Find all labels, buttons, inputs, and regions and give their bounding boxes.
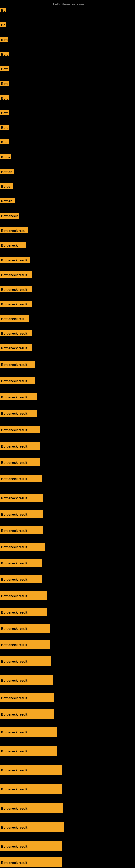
bottleneck-result-item: Bott (0, 66, 9, 71)
bottleneck-result-item: Bottleneck result (0, 693, 54, 702)
bottleneck-result-item: Bottleneck result (0, 426, 40, 433)
bottleneck-result-item: Bottleneck resu (0, 315, 29, 322)
bottleneck-result-item: Bo (0, 8, 6, 12)
bottleneck-result-item: Bottle (0, 183, 13, 189)
bottleneck-result-item: Bott (0, 52, 9, 56)
bottleneck-result-item: Bottleneck result (0, 656, 51, 665)
bottleneck-result-item: Bottleneck result (0, 510, 43, 518)
bottleneck-result-item: Bottleneck result (0, 746, 57, 756)
bottleneck-result-item: Bottleneck result (0, 709, 54, 718)
bottleneck-result-item: Bottleneck result (0, 377, 35, 384)
bottleneck-result-item: Bottleneck result (0, 784, 61, 794)
bottleneck-result-item: Bottleneck r (0, 242, 26, 248)
bottleneck-result-item: Bottlen (0, 198, 15, 204)
bottleneck-result-item: Bottleneck result (0, 271, 32, 278)
bottleneck-result-item: Bottleneck result (0, 675, 53, 685)
bottleneck-result-item: Bottleneck result (0, 640, 50, 649)
bottleneck-result-item: Bottleneck result (0, 475, 42, 482)
bottleneck-result-item: Bottleneck result (0, 559, 42, 567)
bottleneck-result-item: Bottleneck result (0, 727, 57, 737)
bottleneck-result-item: Bottleneck result (0, 458, 40, 466)
bottleneck-result-item: Bottleneck result (0, 526, 43, 534)
bottleneck-result-item: Bottleneck result (0, 442, 40, 450)
bottleneck-result-item: Bottlen (0, 169, 14, 174)
bottleneck-result-item: Bottleneck result (0, 410, 37, 416)
bottleneck-result-item: Bottleneck result (0, 765, 61, 775)
bottleneck-result-item: Bottleneck result (0, 803, 63, 813)
bottleneck-result-item: Bottleneck result (0, 330, 32, 336)
bottleneck-result-item: Bottle (0, 154, 11, 159)
bottleneck-result-item: Bottleneck result (0, 393, 37, 400)
bottleneck-result-item: Bottleneck result (0, 344, 32, 351)
bottleneck-result-item: Bott (0, 37, 8, 42)
site-title: TheBottlenecker.com (51, 2, 84, 6)
bottleneck-result-item: Bottleneck result (0, 822, 64, 832)
bottleneck-result-item: Bottl (0, 125, 9, 130)
bottleneck-result-item: Bottleneck result (0, 286, 32, 292)
bottleneck-result-item: Bottl (0, 81, 9, 86)
bottleneck-result-item: Bottleneck result (0, 361, 35, 368)
bottleneck-result-item: Bottleneck (0, 213, 19, 219)
bottleneck-result-item: Bott (0, 95, 9, 100)
bottleneck-result-item: Bottl (0, 110, 9, 115)
bottleneck-result-item: Bottleneck resu (0, 227, 28, 233)
bottleneck-result-item: Bottl (0, 140, 9, 144)
bottleneck-result-item: Bottleneck result (0, 624, 50, 632)
bottleneck-result-item: Bottleneck result (0, 301, 32, 307)
bottleneck-result-item: Bottleneck result (0, 591, 47, 600)
bottleneck-result-item: Bottleneck result (0, 542, 45, 551)
bottleneck-result-item: Bottleneck result (0, 841, 61, 851)
bottleneck-result-item: Bottleneck result (0, 575, 42, 583)
bottleneck-result-item: Bottleneck result (0, 257, 30, 263)
bottleneck-result-item: Bottleneck result (0, 608, 47, 616)
bottleneck-result-item: Bo (0, 22, 6, 27)
bottleneck-result-item: Bottleneck result (0, 494, 43, 502)
bottleneck-result-item: Bottleneck result (0, 857, 61, 867)
